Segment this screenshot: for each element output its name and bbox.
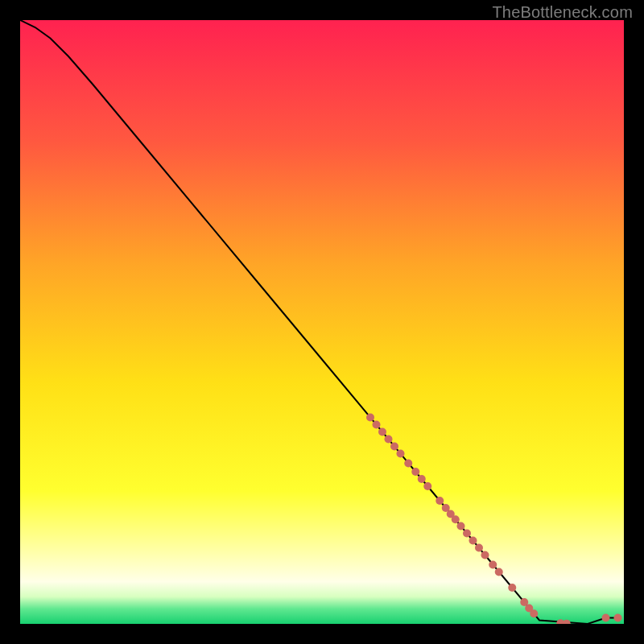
data-point [397,450,405,458]
data-point [452,515,460,523]
chart-svg [20,20,624,624]
gradient-background [20,20,624,624]
data-point [423,482,431,490]
data-point [475,544,483,552]
attribution-label: TheBottleneck.com [492,3,633,22]
data-point [495,568,503,576]
data-point [457,522,465,530]
data-point [404,460,412,468]
data-point [614,614,622,622]
data-point [373,421,381,429]
data-point [469,537,477,545]
data-point [508,584,516,592]
data-point [366,414,374,422]
data-point [418,475,426,483]
data-point [602,614,610,622]
data-point [530,609,538,617]
data-point [481,551,489,559]
data-point [390,443,398,451]
data-point [385,436,393,444]
data-point [411,468,419,476]
data-point [378,428,386,436]
data-point [463,530,471,538]
chart-stage: TheBottleneck.com [0,0,644,644]
data-point [436,497,444,505]
data-point [489,561,497,569]
